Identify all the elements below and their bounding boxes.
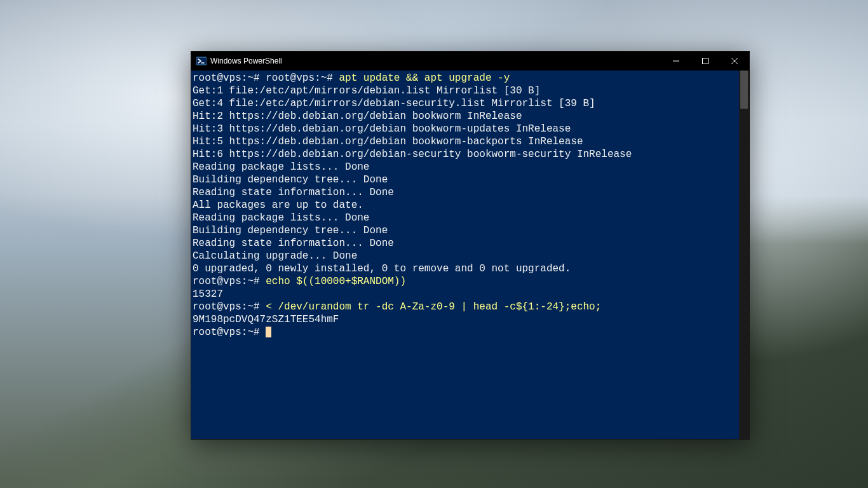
terminal-line: Hit:6 https://deb.debian.org/debian-secu… [193, 148, 738, 161]
cursor-icon [266, 327, 271, 337]
terminal-line: root@vps:~# echo $((10000+$RANDOM)) [193, 275, 738, 288]
desktop-wallpaper: Windows PowerShell root@vps:~# root@vps:… [0, 0, 868, 488]
output-text: Calculating upgrade... Done [193, 250, 357, 262]
output-text: Hit:5 https://deb.debian.org/debian book… [193, 136, 583, 147]
terminal-line: Calculating upgrade... Done [193, 250, 738, 262]
terminal-line: Reading state information... Done [193, 237, 738, 250]
output-text: Reading state information... Done [193, 187, 394, 198]
powershell-icon [196, 56, 207, 66]
terminal-line: Reading package lists... Done [193, 212, 738, 224]
output-text: Building dependency tree... Done [193, 225, 388, 236]
shell-prompt: root@vps:~# [193, 301, 266, 313]
svg-rect-3 [703, 58, 709, 64]
command-text: echo $((10000+$RANDOM)) [266, 276, 406, 287]
terminal-line: root@vps:~# root@vps:~# apt update && ap… [193, 72, 738, 85]
output-text: Hit:3 https://deb.debian.org/debian book… [193, 123, 571, 135]
output-text: All packages are up to date. [193, 200, 363, 211]
terminal-line: Building dependency tree... Done [193, 173, 738, 186]
command-text: apt update && apt upgrade -y [339, 72, 510, 84]
terminal-line: Hit:3 https://deb.debian.org/debian book… [193, 123, 738, 135]
window-titlebar[interactable]: Windows PowerShell [191, 51, 749, 71]
terminal-line: Get:4 file:/etc/apt/mirrors/debian-secur… [193, 97, 738, 110]
terminal-line: All packages are up to date. [193, 199, 738, 212]
terminal-line: 15327 [193, 288, 738, 301]
output-text: Building dependency tree... Done [193, 174, 388, 186]
output-text: Reading package lists... Done [193, 161, 369, 173]
close-button[interactable] [720, 51, 749, 71]
output-text: Get:1 file:/etc/apt/mirrors/debian.list … [193, 85, 540, 97]
scrollbar-track[interactable] [739, 71, 749, 439]
output-text: Hit:6 https://deb.debian.org/debian-secu… [193, 149, 632, 160]
shell-prompt: root@vps:~# [193, 276, 266, 287]
terminal-line: 9M198pcDVQ47zSZ1TEE54hmF [193, 313, 738, 326]
maximize-button[interactable] [691, 51, 720, 71]
terminal-line: Hit:5 https://deb.debian.org/debian book… [193, 135, 738, 148]
terminal-line: 0 upgraded, 0 newly installed, 0 to remo… [193, 262, 738, 275]
terminal-line: Reading package lists... Done [193, 161, 738, 173]
terminal-line: Get:1 file:/etc/apt/mirrors/debian.list … [193, 85, 738, 97]
output-text: Reading state information... Done [193, 238, 394, 249]
window-controls [661, 51, 749, 71]
minimize-button[interactable] [661, 51, 691, 71]
terminal-line: Building dependency tree... Done [193, 224, 738, 237]
command-text: < /dev/urandom tr -dc A-Za-z0-9 | head -… [266, 301, 601, 313]
shell-prompt: root@vps:~# root@vps:~# [193, 72, 339, 84]
powershell-window: Windows PowerShell root@vps:~# root@vps:… [191, 51, 750, 440]
output-text: Hit:2 https://deb.debian.org/debian book… [193, 111, 522, 122]
output-text: Reading package lists... Done [193, 212, 369, 224]
window-title: Windows PowerShell [210, 57, 282, 65]
svg-rect-0 [196, 57, 207, 65]
scrollbar-thumb[interactable] [740, 71, 748, 109]
terminal-body[interactable]: root@vps:~# root@vps:~# apt update && ap… [191, 71, 749, 439]
terminal-line: Reading state information... Done [193, 186, 738, 199]
output-text: Get:4 file:/etc/apt/mirrors/debian-secur… [193, 98, 595, 109]
terminal-line: root@vps:~# [193, 326, 738, 339]
output-text: 15327 [193, 288, 223, 300]
shell-prompt: root@vps:~# [193, 327, 266, 338]
output-text: 9M198pcDVQ47zSZ1TEE54hmF [193, 314, 339, 325]
output-text: 0 upgraded, 0 newly installed, 0 to remo… [193, 263, 571, 274]
terminal-line: root@vps:~# < /dev/urandom tr -dc A-Za-z… [193, 301, 738, 313]
terminal-line: Hit:2 https://deb.debian.org/debian book… [193, 110, 738, 123]
terminal-content[interactable]: root@vps:~# root@vps:~# apt update && ap… [191, 71, 739, 439]
